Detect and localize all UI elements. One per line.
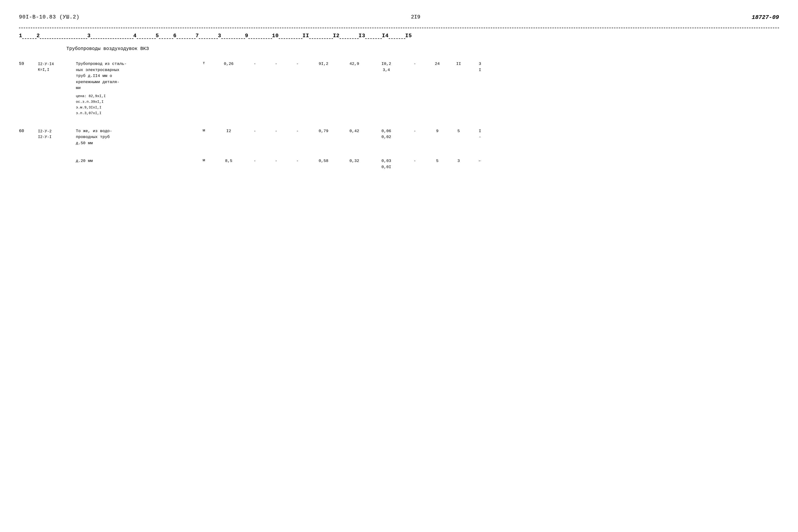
data-cell-0: 8,5: [213, 158, 244, 164]
page-header: 90I-B-10.83 (УШ.2) 2I9 18727-09: [19, 14, 779, 21]
column-headers: 12345673910III2I3I4I5: [19, 33, 779, 39]
price-note: цена: 82,9хI,I ос.з.п.39хI,I э.м.9,3IхI,…: [76, 94, 194, 116]
data-cell-10: ←: [469, 158, 491, 164]
col-num-10: 10: [272, 33, 279, 39]
col-dash-13: [389, 36, 405, 39]
data-cell-1: -: [244, 128, 266, 134]
row-number: 60: [19, 128, 38, 133]
col-dash-0: [22, 36, 36, 39]
col-num-6: 6: [173, 33, 177, 39]
col-dash-1: [40, 36, 87, 39]
col-num-5: 5: [156, 33, 159, 39]
data-cell-1: -: [244, 61, 266, 67]
col-num-1: 1: [19, 33, 22, 39]
data-cell-7: -: [403, 158, 427, 164]
header-center: 2I9: [411, 14, 420, 20]
col-dash-7: [221, 36, 245, 39]
row-unit: т: [194, 61, 213, 65]
data-cell-2: -: [266, 158, 287, 164]
row-description-wrap: д.20 мм: [76, 158, 194, 164]
table-row: 59I2-У-I4 К=I,IТрубопровод из сталь- ных…: [19, 61, 779, 116]
col-num-3: 3: [218, 33, 221, 39]
col-num-I2: I2: [333, 33, 340, 39]
col-dash-6: [199, 36, 218, 39]
col-num-9: 9: [245, 33, 248, 39]
data-cell-3: -: [287, 61, 308, 67]
table-row: 60I2-У-2 I2-У-IТо же, из водо- проводных…: [19, 128, 779, 146]
data-cell-2: -: [266, 128, 287, 134]
data-cell-10: I -: [469, 128, 491, 140]
col-dash-4: [159, 36, 173, 39]
col-dash-2: [91, 36, 133, 39]
data-cell-0: 0,26: [213, 61, 244, 67]
header-right: 18727-09: [752, 14, 779, 21]
col-dash-5: [177, 36, 196, 39]
data-cell-10: 3 I: [469, 61, 491, 73]
col-dash-11: [340, 36, 359, 39]
data-cell-4: 9I,2: [308, 61, 339, 67]
data-cell-2: -: [266, 61, 287, 67]
row-unit: м: [194, 158, 213, 163]
data-cell-3: -: [287, 158, 308, 164]
row-description: То же, из водо- проводных труб д.50 мм: [76, 128, 189, 146]
table-row: д.20 ммм8,5---0,580,320,03 0,0I-53←: [19, 158, 779, 170]
data-cell-0: I2: [213, 128, 244, 134]
data-cell-6: I0,2 3,4: [370, 61, 403, 73]
col-dash-3: [137, 36, 156, 39]
col-num-7: 7: [196, 33, 199, 39]
data-cell-8: 24: [427, 61, 448, 67]
data-cell-7: -: [403, 61, 427, 67]
row-number: [19, 158, 38, 158]
section-title: Трубопроводы воздуходувок ВКЗ: [66, 46, 779, 51]
header-left: 90I-B-10.83 (УШ.2): [19, 14, 80, 20]
row-description-wrap: Трубопровод из сталь- ных электросварных…: [76, 61, 194, 116]
top-dashed-line: [19, 28, 779, 28]
data-cell-9: 5: [448, 128, 469, 134]
data-cell-8: 9: [427, 128, 448, 134]
data-cell-4: 0,58: [308, 158, 339, 164]
col-num-2: 2: [36, 33, 40, 39]
col-dash-9: [279, 36, 303, 39]
col-dash-8: [248, 36, 272, 39]
row-code: I2-У-I4 К=I,I: [38, 61, 76, 73]
data-cell-1: -: [244, 158, 266, 164]
data-cell-7: -: [403, 128, 427, 134]
col-num-I3: I3: [359, 33, 365, 39]
data-cell-5: 0,32: [339, 158, 370, 164]
data-cell-6: 0,03 0,0I: [370, 158, 403, 170]
col-num-3: 3: [87, 33, 91, 39]
data-cell-4: 0,79: [308, 128, 339, 134]
table-area: 59I2-У-I4 К=I,IТрубопровод из сталь- ных…: [19, 61, 779, 170]
row-unit: м: [194, 128, 213, 133]
row-description: Трубопровод из сталь- ных электросварных…: [76, 61, 189, 91]
col-num-I5: I5: [405, 33, 412, 39]
data-cell-5: 0,42: [339, 128, 370, 134]
data-cell-3: -: [287, 128, 308, 134]
row-number: 59: [19, 61, 38, 66]
col-num-II: II: [303, 33, 309, 39]
data-cell-5: 42,9: [339, 61, 370, 67]
row-code: [38, 158, 76, 158]
col-dash-10: [309, 36, 333, 39]
row-code: I2-У-2 I2-У-I: [38, 128, 76, 140]
col-num-4: 4: [133, 33, 137, 39]
data-cell-9: II: [448, 61, 469, 67]
row-description: д.20 мм: [76, 158, 189, 164]
row-description-wrap: То же, из водо- проводных труб д.50 мм: [76, 128, 194, 146]
col-dash-12: [365, 36, 382, 39]
data-cell-6: 0,06 0,02: [370, 128, 403, 140]
data-cell-9: 3: [448, 158, 469, 164]
data-cell-8: 5: [427, 158, 448, 164]
col-num-I4: I4: [382, 33, 388, 39]
